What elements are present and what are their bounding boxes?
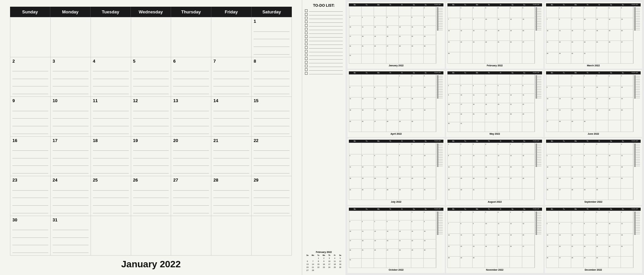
mini-todo-checkbox[interactable] <box>536 227 537 228</box>
mini-todo-checkbox[interactable] <box>437 225 438 226</box>
mini-todo-checkbox[interactable] <box>437 7 438 9</box>
mini-todo-checkbox[interactable] <box>634 225 636 226</box>
mini-todo-checkbox[interactable] <box>536 230 537 231</box>
mini-todo-checkbox[interactable] <box>634 14 636 15</box>
mini-todo-checkbox[interactable] <box>536 144 537 145</box>
mini-todo-checkbox[interactable] <box>437 215 438 216</box>
mini-todo-checkbox[interactable] <box>634 77 636 78</box>
mini-todo-checkbox[interactable] <box>536 165 537 167</box>
mini-todo-checkbox[interactable] <box>437 227 438 228</box>
mini-todo-checkbox[interactable] <box>634 215 636 216</box>
mini-todo-checkbox[interactable] <box>634 218 636 220</box>
mini-todo-checkbox[interactable] <box>536 223 537 225</box>
mini-todo-checkbox[interactable] <box>634 92 636 93</box>
mini-todo-checkbox[interactable] <box>634 150 636 152</box>
mini-todo-checkbox[interactable] <box>634 212 636 213</box>
mini-todo-checkbox[interactable] <box>634 157 636 158</box>
mini-todo-checkbox[interactable] <box>634 227 636 228</box>
mini-todo-checkbox[interactable] <box>634 90 636 92</box>
todo-checkbox[interactable] <box>305 20 308 23</box>
mini-todo-checkbox[interactable] <box>634 11 636 12</box>
mini-todo-checkbox[interactable] <box>634 154 636 155</box>
mini-todo-checkbox[interactable] <box>634 144 636 145</box>
mini-todo-checkbox[interactable] <box>536 215 537 216</box>
mini-todo-checkbox[interactable] <box>634 165 636 167</box>
mini-todo-checkbox[interactable] <box>437 155 438 157</box>
mini-todo-checkbox[interactable] <box>634 9 636 10</box>
mini-todo-checkbox[interactable] <box>437 77 438 78</box>
mini-todo-checkbox[interactable] <box>437 162 438 163</box>
mini-todo-checkbox[interactable] <box>536 29 537 30</box>
mini-todo-checkbox[interactable] <box>536 12 537 14</box>
mini-todo-checkbox[interactable] <box>634 145 636 147</box>
mini-todo-checkbox[interactable] <box>634 19 636 20</box>
todo-checkbox[interactable] <box>305 24 308 27</box>
mini-todo-checkbox[interactable] <box>634 29 636 30</box>
mini-todo-checkbox[interactable] <box>536 84 537 85</box>
mini-todo-checkbox[interactable] <box>437 87 438 88</box>
mini-todo-checkbox[interactable] <box>536 77 537 78</box>
mini-todo-checkbox[interactable] <box>634 22 636 24</box>
mini-todo-checkbox[interactable] <box>437 230 438 231</box>
mini-todo-checkbox[interactable] <box>437 17 438 19</box>
mini-todo-checkbox[interactable] <box>536 155 537 157</box>
mini-todo-checkbox[interactable] <box>437 11 438 12</box>
mini-todo-checkbox[interactable] <box>536 217 537 218</box>
mini-todo-checkbox[interactable] <box>437 85 438 87</box>
mini-todo-checkbox[interactable] <box>536 92 537 93</box>
todo-checkbox[interactable] <box>305 31 308 34</box>
mini-todo-checkbox[interactable] <box>536 147 537 148</box>
mini-todo-checkbox[interactable] <box>634 155 636 157</box>
mini-todo-checkbox[interactable] <box>634 85 636 87</box>
mini-todo-checkbox[interactable] <box>437 95 438 97</box>
mini-todo-checkbox[interactable] <box>437 97 438 98</box>
mini-todo-checkbox[interactable] <box>634 95 636 97</box>
todo-checkbox[interactable] <box>305 39 308 42</box>
mini-todo-checkbox[interactable] <box>536 85 537 87</box>
mini-todo-checkbox[interactable] <box>536 94 537 95</box>
todo-checkbox[interactable] <box>305 57 308 60</box>
mini-todo-checkbox[interactable] <box>634 147 636 148</box>
mini-todo-checkbox[interactable] <box>437 222 438 223</box>
mini-todo-checkbox[interactable] <box>536 22 537 24</box>
todo-checkbox[interactable] <box>305 46 308 49</box>
mini-todo-checkbox[interactable] <box>536 14 537 15</box>
mini-todo-checkbox[interactable] <box>437 217 438 218</box>
mini-todo-checkbox[interactable] <box>634 87 636 88</box>
mini-todo-checkbox[interactable] <box>536 145 537 147</box>
mini-todo-checkbox[interactable] <box>634 75 636 77</box>
mini-todo-checkbox[interactable] <box>437 157 438 158</box>
mini-todo-checkbox[interactable] <box>437 92 438 93</box>
mini-todo-checkbox[interactable] <box>634 223 636 225</box>
mini-todo-checkbox[interactable] <box>634 16 636 17</box>
mini-todo-checkbox[interactable] <box>634 159 636 160</box>
mini-todo-checkbox[interactable] <box>536 19 537 20</box>
mini-todo-checkbox[interactable] <box>437 19 438 20</box>
mini-todo-checkbox[interactable] <box>437 220 438 221</box>
mini-todo-checkbox[interactable] <box>634 232 636 233</box>
mini-todo-checkbox[interactable] <box>437 145 438 147</box>
mini-todo-checkbox[interactable] <box>437 218 438 220</box>
todo-checkbox[interactable] <box>305 43 308 45</box>
mini-todo-checkbox[interactable] <box>634 27 636 29</box>
mini-todo-checkbox[interactable] <box>536 97 537 98</box>
mini-todo-checkbox[interactable] <box>437 144 438 145</box>
mini-todo-checkbox[interactable] <box>437 29 438 30</box>
mini-todo-checkbox[interactable] <box>536 149 537 150</box>
mini-todo-checkbox[interactable] <box>536 212 537 213</box>
mini-todo-checkbox[interactable] <box>634 228 636 230</box>
mini-todo-checkbox[interactable] <box>536 164 537 165</box>
mini-todo-checkbox[interactable] <box>634 149 636 150</box>
mini-todo-checkbox[interactable] <box>536 222 537 223</box>
mini-todo-checkbox[interactable] <box>634 220 636 221</box>
mini-todo-checkbox[interactable] <box>536 232 537 233</box>
mini-todo-checkbox[interactable] <box>536 80 537 82</box>
mini-todo-checkbox[interactable] <box>437 75 438 77</box>
todo-checkbox[interactable] <box>305 35 308 38</box>
mini-todo-checkbox[interactable] <box>536 154 537 155</box>
todo-checkbox[interactable] <box>305 28 308 30</box>
mini-todo-checkbox[interactable] <box>536 21 537 22</box>
mini-todo-checkbox[interactable] <box>634 217 636 218</box>
mini-todo-checkbox[interactable] <box>437 21 438 22</box>
mini-todo-checkbox[interactable] <box>634 233 636 235</box>
